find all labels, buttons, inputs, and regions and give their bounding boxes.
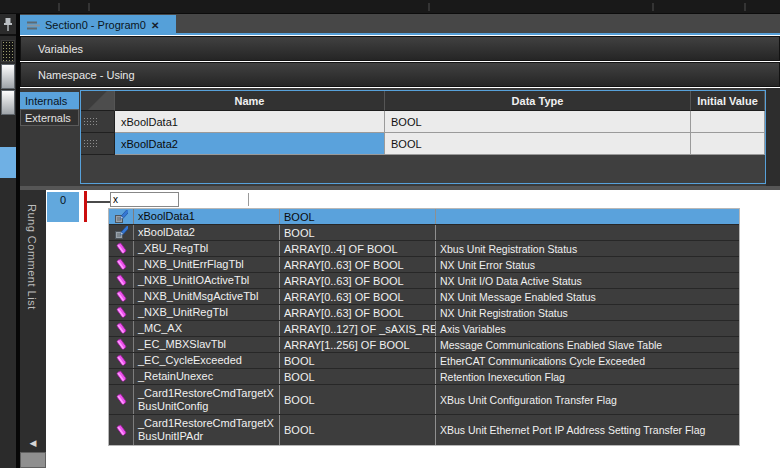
cell-variable-name[interactable]: xBoolData1: [115, 111, 385, 133]
autocomplete-name: _Card1RestoreCmdTargetXBusUnitIPAdr: [133, 415, 279, 445]
namespace-bar[interactable]: Namespace - Using: [20, 62, 780, 87]
system-variable-icon: [109, 289, 133, 304]
tab-externals-label: Externals: [25, 112, 71, 124]
autocomplete-data-type: BOOL: [279, 385, 435, 414]
autocomplete-description: [435, 225, 739, 240]
autocomplete-data-type: ARRAY[0..63] OF BOOL: [279, 305, 435, 320]
system-variable-icon: [109, 385, 133, 414]
cell-data-type[interactable]: BOOL: [385, 111, 691, 133]
autocomplete-name: _NXB_UnitMsgActiveTbl: [133, 289, 279, 304]
autocomplete-item[interactable]: _NXB_UnitMsgActiveTblARRAY[0..63] OF BOO…: [109, 289, 739, 305]
variables-bar[interactable]: Variables: [20, 36, 780, 61]
rung-number-cell[interactable]: 0: [47, 192, 79, 222]
rung-comment-strip[interactable]: Rung Comment List ◀: [20, 190, 46, 452]
window-edge: [766, 88, 780, 186]
system-variable-icon: [109, 415, 133, 445]
row-grip[interactable]: [81, 111, 115, 133]
autocomplete-data-type: BOOL: [279, 415, 435, 445]
system-variable-icon: [109, 305, 133, 320]
autocomplete-item[interactable]: _RetainUnexecBOOLRetention Inexecution F…: [109, 369, 739, 385]
toolbar-separator: [58, 3, 60, 11]
tab-title: Section0 - Program0: [45, 19, 146, 31]
autocomplete-description: Axis Variables: [435, 321, 739, 336]
namespace-bar-label: Namespace - Using: [38, 69, 135, 81]
autocomplete-data-type: BOOL: [279, 225, 435, 240]
table-row[interactable]: xBoolData2BOOL: [81, 133, 765, 155]
left-power-rail: [84, 191, 87, 222]
autocomplete-name: xBoolData2: [133, 225, 279, 240]
autocomplete-data-type: ARRAY[0..63] OF BOOL: [279, 257, 435, 272]
rung-wire: [87, 201, 111, 203]
column-header-name[interactable]: Name: [115, 91, 385, 111]
autocomplete-item[interactable]: _Card1RestoreCmdTargetXBusUnitIPAdrBOOLX…: [109, 415, 739, 445]
autocomplete-data-type: ARRAY[0..63] OF BOOL: [279, 273, 435, 288]
cell-initial-value[interactable]: [691, 133, 765, 155]
autocomplete-name: xBoolData1: [133, 209, 279, 224]
autocomplete-description: XBus Unit Configuration Transfer Flag: [435, 385, 739, 414]
rung-number: 0: [60, 194, 66, 206]
cell-variable-name[interactable]: xBoolData2: [115, 133, 385, 155]
autocomplete-data-type: BOOL: [279, 353, 435, 368]
sysmac-studio-window: Section0 - Program0 ✕ Variables Namespac…: [0, 0, 780, 468]
scroll-left-icon[interactable]: ◀: [20, 438, 46, 448]
operand-input[interactable]: [110, 192, 179, 207]
row-grip[interactable]: [81, 133, 115, 155]
tab-section0-program0[interactable]: Section0 - Program0 ✕: [20, 15, 176, 35]
autocomplete-name: _NXB_UnitErrFlagTbl: [133, 257, 279, 272]
dock-button[interactable]: [1, 90, 15, 115]
table-row[interactable]: xBoolData1BOOL: [81, 111, 765, 133]
autocomplete-description: NX Unit Message Enabled Status: [435, 289, 739, 304]
toolbar-separator: [428, 3, 430, 11]
cell-data-type[interactable]: BOOL: [385, 133, 691, 155]
system-variable-icon: [109, 369, 133, 384]
dock-button[interactable]: [1, 64, 15, 89]
ladder-editor: Rung Comment List ◀ 0 xBoolData1BOOL: [20, 190, 780, 468]
autocomplete-item[interactable]: xBoolData2BOOL: [109, 225, 739, 241]
autocomplete-data-type: ARRAY[0..127] OF _sAXIS_REF: [279, 321, 435, 336]
toolbar-separator: [88, 3, 90, 11]
autocomplete-description: XBus Unit Ethernet Port IP Address Setti…: [435, 415, 739, 445]
autocomplete-description: Retention Inexecution Flag: [435, 369, 739, 384]
autocomplete-item[interactable]: _NXB_UnitIOActiveTblARRAY[0..63] OF BOOL…: [109, 273, 739, 289]
grid-tick: [248, 193, 249, 206]
variable-table-body: xBoolData1BOOLxBoolData2BOOL: [81, 111, 765, 155]
toolbar-separator: [652, 3, 654, 11]
system-variable-icon: [109, 337, 133, 352]
tab-externals[interactable]: Externals: [20, 109, 79, 126]
close-icon[interactable]: ✕: [151, 20, 159, 31]
autocomplete-item[interactable]: _NXB_UnitErrFlagTblARRAY[0..63] OF BOOLN…: [109, 257, 739, 273]
autocomplete-data-type: ARRAY[0..63] OF BOOL: [279, 289, 435, 304]
system-variable-icon: [109, 321, 133, 336]
strip-divider: [0, 34, 16, 36]
autocomplete-item[interactable]: _EC_MBXSlavTblARRAY[1..256] OF BOOLMessa…: [109, 337, 739, 353]
variable-table: Name Data Type Initial Value xBoolData1B…: [80, 90, 766, 184]
autocomplete-item[interactable]: _XBU_RegTblARRAY[0..4] OF BOOLXbus Unit …: [109, 241, 739, 257]
select-all-corner[interactable]: [81, 91, 115, 111]
autocomplete-item[interactable]: _Card1RestoreCmdTargetXBusUnitConfigBOOL…: [109, 385, 739, 415]
autocomplete-item[interactable]: _NXB_UnitRegTblARRAY[0..63] OF BOOLNX Un…: [109, 305, 739, 321]
variable-table-header: Name Data Type Initial Value: [81, 91, 765, 111]
column-header-initialvalue[interactable]: Initial Value: [691, 91, 765, 111]
dock-selection-indicator[interactable]: [0, 147, 16, 178]
autocomplete-description: Xbus Unit Registration Status: [435, 241, 739, 256]
scrollbar-corner: [20, 452, 46, 468]
cell-initial-value[interactable]: [691, 111, 765, 133]
autocomplete-item[interactable]: _EC_CycleExceededBOOLEtherCAT Communicat…: [109, 353, 739, 369]
autocomplete-data-type: ARRAY[0..4] OF BOOL: [279, 241, 435, 256]
autocomplete-name: _EC_MBXSlavTbl: [133, 337, 279, 352]
autocomplete-name: _XBU_RegTbl: [133, 241, 279, 256]
variable-autocomplete-dropdown: xBoolData1BOOL xBoolData2BOOL _XBU_RegTb…: [108, 208, 740, 446]
variables-bar-label: Variables: [38, 43, 83, 55]
column-header-datatype[interactable]: Data Type: [385, 91, 691, 111]
autocomplete-item[interactable]: xBoolData1BOOL: [109, 209, 739, 225]
autocomplete-item[interactable]: _MC_AXARRAY[0..127] OF _sAXIS_REFAxis Va…: [109, 321, 739, 337]
autocomplete-description: NX Unit Error Status: [435, 257, 739, 272]
variable-panel: Internals Externals Name Data Type Initi…: [20, 88, 780, 186]
data-grid-icon[interactable]: [1, 40, 15, 62]
local-variable-icon: [109, 209, 133, 224]
local-variable-icon: [109, 225, 133, 240]
system-variable-icon: [109, 273, 133, 288]
toolbar-separator: [744, 3, 746, 11]
autocomplete-data-type: BOOL: [279, 209, 435, 224]
tab-internals[interactable]: Internals: [20, 92, 79, 109]
